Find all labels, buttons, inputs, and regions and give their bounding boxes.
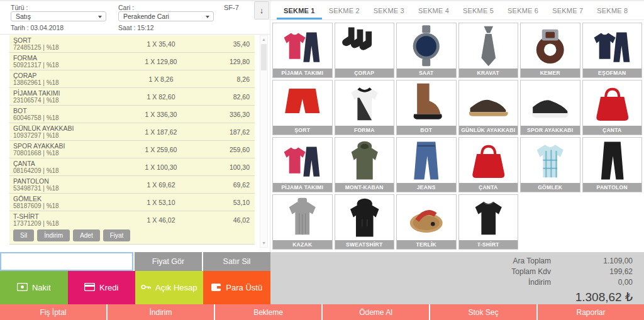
row-action-button-0[interactable]: Sil	[13, 229, 34, 241]
item-total: 336,30	[201, 111, 250, 118]
cart-item-row[interactable]: GÖMLEK58187609 | %181 X 53,1053,10	[9, 194, 255, 211]
item-total: 187,62	[201, 128, 250, 136]
product-tile[interactable]: T-SHİRT	[458, 194, 519, 250]
price-check-button[interactable]: Fiyat Gör	[135, 252, 202, 271]
product-tile-label: JEANS	[397, 183, 456, 192]
customer-select[interactable]: Perakende Cari	[118, 11, 214, 21]
download-button[interactable]: ↓	[254, 1, 269, 19]
cart-item-row[interactable]: T-SHİRT17371209 | %181 X 46,0246,02Silİn…	[9, 211, 255, 245]
product-tile[interactable]: TERLİK	[396, 194, 457, 250]
cart-scrollbar[interactable]: ▲ ▼	[260, 35, 268, 248]
cart-item-row[interactable]: FORMA50921317 | %181 X 129,80129,80	[9, 53, 255, 70]
item-qty: 1 X 82,60	[121, 93, 201, 101]
product-tile-label: MONT-KABAN	[335, 183, 394, 192]
product-image	[273, 23, 332, 69]
cart-list: ŞORT72485125 | %181 X 35,4035,40FORMA509…	[9, 35, 255, 245]
product-image	[273, 80, 332, 126]
item-qty: 1 X 46,02	[121, 216, 201, 224]
product-tile[interactable]: EŞOFMAN	[582, 23, 643, 78]
product-tile[interactable]: SPOR AYAKKABI	[520, 80, 580, 135]
tab-8[interactable]: SEKME 8	[590, 1, 635, 19]
bottom-bar-button-4[interactable]: Stok Seç	[430, 304, 538, 320]
cart-item-row[interactable]: BOT60046758 | %181 X 336,30336,30	[9, 106, 255, 123]
product-image	[583, 23, 642, 69]
product-tile[interactable]: KEMER	[520, 23, 580, 78]
product-tile[interactable]: ÇANTA	[458, 137, 519, 192]
scrollbar-thumb[interactable]	[261, 44, 267, 70]
cart-item-row[interactable]: SPOR AYAKKABI70801668 | %181 X 259,60259…	[9, 141, 255, 158]
tab-3[interactable]: SEKME 3	[367, 1, 411, 19]
product-tile-label: PİJAMA TAKIMI	[273, 183, 332, 192]
tab-1[interactable]: SEKME 1	[277, 1, 322, 19]
product-tile[interactable]: ÇANTA	[582, 80, 643, 135]
product-image	[521, 80, 580, 126]
cart-item-row[interactable]: PANTOLON53498731 | %181 X 69,6269,62	[9, 176, 255, 194]
product-tile[interactable]: JEANS	[396, 137, 457, 192]
product-tile[interactable]: GÖMLEK	[520, 137, 580, 192]
bottom-bar-button-0[interactable]: Fiş İptal	[0, 304, 108, 320]
product-tile[interactable]: GÜNLÜK AYAKKABI	[458, 80, 519, 135]
product-tile-label: ÇANTA	[583, 126, 642, 135]
row-action-button-2[interactable]: Adet	[73, 229, 100, 241]
scroll-down-icon[interactable]: ▼	[260, 240, 267, 247]
cart-item-row[interactable]: ÇANTA08164209 | %181 X 100,30100,30	[9, 158, 255, 176]
row-action-button-1[interactable]: İndirim	[37, 229, 70, 241]
product-tile[interactable]: ÇORAP	[335, 23, 395, 78]
item-code: 58187609 | %18	[13, 202, 121, 209]
payment-area: Fiyat Gör Satır Sil Nakit Kredi Açık Hes…	[0, 252, 270, 304]
open-account-button-label: Açık Hesap	[155, 283, 197, 292]
product-tile[interactable]: PİJAMA TAKIMI	[272, 23, 333, 78]
credit-button[interactable]: Kredi	[68, 271, 136, 304]
bottom-bar-button-1[interactable]: İndirim	[108, 304, 215, 320]
scroll-up-icon[interactable]: ▲	[260, 36, 267, 43]
sale-panel: Türü : Satış Cari : Perakende Cari SF-7 …	[0, 1, 270, 252]
totals-panel: Ara Toplam1.109,00 Toplam Kdv199,62 İndi…	[270, 252, 644, 304]
product-tile[interactable]: KAZAK	[272, 194, 333, 250]
product-tile[interactable]: SWEATSHİRT	[335, 194, 395, 250]
cart-item-row[interactable]: ŞORT72485125 | %181 X 35,4035,40	[9, 35, 255, 53]
cart-item-row[interactable]: PİJAMA TAKIMI23106574 | %181 X 82,6082,6…	[9, 88, 255, 106]
product-tile[interactable]: PİJAMA TAKIMI	[272, 137, 333, 192]
credit-button-label: Kredi	[99, 283, 118, 292]
product-tile[interactable]: KRAVAT	[458, 23, 519, 78]
tab-2[interactable]: SEKME 2	[322, 1, 367, 19]
tab-6[interactable]: SEKME 6	[501, 1, 545, 19]
item-code: 23106574 | %18	[13, 97, 121, 104]
type-select[interactable]: Satış	[11, 11, 106, 21]
product-image	[459, 195, 518, 241]
cash-button[interactable]: Nakit	[0, 271, 68, 304]
row-action-button-3[interactable]: Fiyat	[103, 229, 131, 241]
change-button-label: Para Üstü	[226, 283, 262, 292]
product-tile[interactable]: SAAT	[396, 23, 457, 78]
tab-4[interactable]: SEKME 4	[411, 1, 456, 19]
product-tile-label: KEMER	[521, 69, 580, 77]
product-tile[interactable]: PANTOLON	[582, 137, 643, 192]
barcode-input[interactable]	[0, 252, 133, 271]
cart-item-row[interactable]: GÜNLÜK AYAKKABI10937297 | %181 X 187,621…	[9, 123, 255, 141]
product-tile-label: PANTOLON	[583, 183, 642, 192]
cart-item-row[interactable]: ÇORAP13862961 | %181 X 8,268,26	[9, 70, 255, 88]
change-button[interactable]: Para Üstü	[203, 271, 271, 304]
product-tile-label: PİJAMA TAKIMI	[273, 69, 332, 77]
tax-label: Toplam Kdv	[511, 267, 551, 277]
delete-line-button[interactable]: Satır Sil	[203, 252, 270, 271]
open-account-button[interactable]: Açık Hesap	[135, 271, 203, 304]
product-tile[interactable]: BOT	[396, 80, 457, 135]
bottom-bar-button-5[interactable]: Raporlar	[538, 304, 644, 320]
item-info: SPOR AYAKKABI70801668 | %18	[13, 142, 121, 157]
item-code: 70801668 | %18	[13, 150, 121, 157]
product-tile-label: KRAVAT	[459, 69, 518, 77]
date-text: Tarih : 03.04.2018	[11, 24, 64, 31]
product-tile[interactable]: MONT-KABAN	[335, 137, 395, 192]
tab-5[interactable]: SEKME 5	[456, 1, 501, 19]
tab-7[interactable]: SEKME 7	[545, 1, 590, 19]
product-tile[interactable]: ŞORT	[272, 80, 333, 135]
bottom-bar-button-3[interactable]: Ödeme Al	[323, 304, 430, 320]
discount-value: 0,00	[551, 277, 633, 288]
subtotal-value: 1.109,00	[551, 256, 633, 267]
product-image	[459, 80, 518, 126]
product-tile[interactable]: FORMA	[335, 80, 395, 135]
product-tile-label: ŞORT	[273, 126, 332, 135]
item-total: 82,60	[201, 93, 250, 101]
bottom-bar-button-2[interactable]: Bekleme	[215, 304, 323, 320]
